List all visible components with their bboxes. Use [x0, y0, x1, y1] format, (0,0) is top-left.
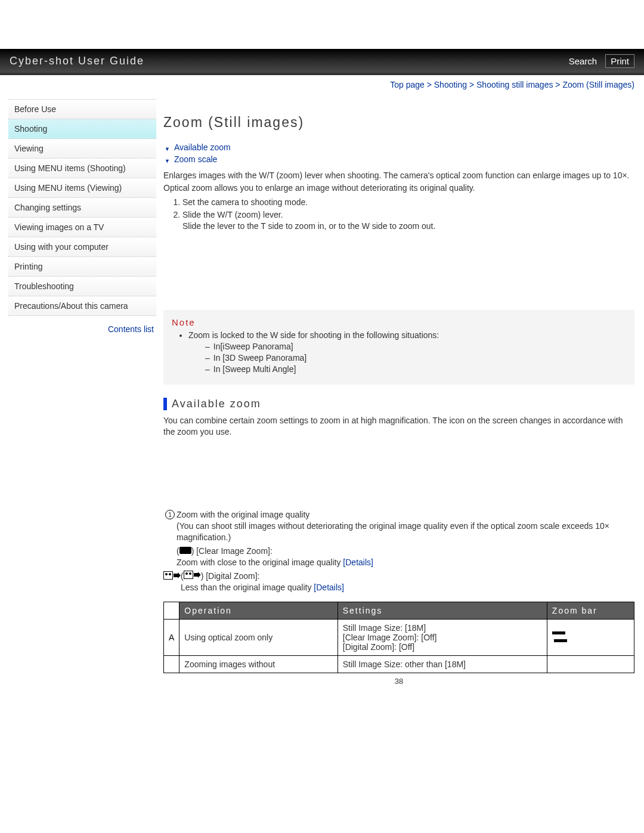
table-row: A Using optical zoom only Still Image Si…: [164, 620, 634, 656]
print-button[interactable]: Print: [605, 54, 634, 68]
sidebar-item[interactable]: Using MENU items (Viewing): [8, 178, 156, 198]
step-text: Set the camera to shooting mode.: [182, 197, 308, 207]
zoombar-icon: [552, 631, 569, 642]
table-cell: Using optical zoom only: [179, 620, 338, 656]
table-cell: A: [164, 620, 179, 656]
breadcrumb-link[interactable]: Zoom (Still images): [562, 80, 634, 89]
zoom-item-title: [Clear Image Zoom]:: [196, 546, 273, 556]
table-header: Settings: [338, 602, 547, 620]
clear-image-zoom-icon: [179, 547, 191, 554]
section-heading: Available zoom: [163, 398, 634, 410]
zoom-item-prefix: (: [177, 546, 179, 556]
intro-text: Optical zoom allows you to enlarge an im…: [163, 182, 634, 194]
sidebar-item[interactable]: Viewing: [8, 139, 156, 159]
note-lead: Zoom is locked to the W side for shootin…: [188, 330, 626, 375]
table-cell: Still Image Size: [18M] [Clear Image Zoo…: [338, 620, 547, 656]
header-title: Cyber-shot User Guide: [10, 55, 144, 67]
breadcrumb-link[interactable]: Shooting: [434, 80, 467, 89]
table-cell: Still Image Size: other than [18M]: [338, 656, 547, 673]
sidebar: Before Use Shooting Viewing Using MENU i…: [0, 97, 156, 686]
table-cell: [164, 656, 179, 673]
table-cell: [547, 656, 634, 673]
sidebar-item[interactable]: Using MENU items (Shooting): [8, 159, 156, 178]
nav-list: Before Use Shooting Viewing Using MENU i…: [8, 99, 156, 316]
note-heading: Note: [172, 317, 626, 327]
zoom-item-suffix: ): [191, 546, 194, 556]
main-content: Zoom (Still images) Available zoom Zoom …: [156, 97, 644, 686]
sidebar-item[interactable]: Before Use: [8, 100, 156, 119]
contents-list-link[interactable]: Contents list: [8, 316, 156, 334]
page-title: Zoom (Still images): [163, 114, 634, 131]
page-number: 38: [163, 677, 634, 686]
search-link[interactable]: Search: [569, 56, 597, 66]
intro-block: Enlarges images with the W/T (zoom) leve…: [163, 170, 634, 194]
sidebar-item[interactable]: Precautions/About this camera: [8, 296, 156, 316]
breadcrumb-link[interactable]: Top page: [390, 80, 425, 89]
digital-zoom-icon: [163, 571, 181, 580]
breadcrumb-link[interactable]: Shooting still images: [476, 80, 553, 89]
details-link[interactable]: [Details]: [314, 583, 344, 592]
circled-one-icon: 1: [163, 509, 177, 519]
breadcrumb: Top page > Shooting > Shooting still ima…: [0, 75, 644, 92]
sidebar-item[interactable]: Troubleshooting: [8, 277, 156, 296]
step-subtext: Slide the lever to the T side to zoom in…: [182, 221, 634, 232]
table-header: [164, 602, 179, 620]
table-header-row: Operation Settings Zoom bar: [164, 602, 634, 620]
zoom-table: Operation Settings Zoom bar A Using opti…: [163, 602, 634, 673]
step-text: Slide the W/T (zoom) lever.: [182, 210, 283, 219]
zoom-item-desc: Zoom with close to the original image qu…: [177, 558, 343, 567]
sidebar-item[interactable]: Using with your computer: [8, 237, 156, 257]
section-intro: You can combine certain zoom settings to…: [163, 415, 634, 438]
zoom-item-suffix: ): [201, 571, 204, 581]
step-item: Set the camera to shooting mode.: [182, 196, 634, 209]
zoom-item-title: [Digital Zoom]:: [206, 571, 259, 581]
table-cell: Zooming images without: [179, 656, 338, 673]
note-lead-text: Zoom is locked to the W side for shootin…: [188, 330, 439, 340]
note-sub-item: In [3D Sweep Panorama]: [205, 352, 626, 364]
table-header: Zoom bar: [547, 602, 634, 620]
sidebar-item[interactable]: Printing: [8, 257, 156, 277]
rect-icon: [163, 546, 177, 546]
table-header: Operation: [179, 602, 338, 620]
zoom-desc-row: 1 Zoom with the original image quality (…: [163, 509, 634, 543]
zoom-item-desc: (You can shoot still images without dete…: [177, 521, 609, 542]
intro-text: Enlarges images with the W/T (zoom) leve…: [163, 170, 634, 181]
table-cell: [547, 620, 634, 656]
header-bar: Cyber-shot User Guide Search Print: [0, 49, 644, 75]
sidebar-item[interactable]: Changing settings: [8, 198, 156, 218]
anchor-links: Available zoom Zoom scale: [163, 141, 634, 165]
steps-list: Set the camera to shooting mode. Slide t…: [163, 196, 634, 233]
section-body: You can combine certain zoom settings to…: [163, 415, 634, 686]
step-item: Slide the W/T (zoom) lever. Slide the le…: [182, 209, 634, 233]
details-link[interactable]: [Details]: [343, 558, 373, 567]
anchor-link[interactable]: Zoom scale: [174, 153, 634, 165]
note-sub-item: In [Sweep Multi Angle]: [205, 364, 626, 375]
anchor-link[interactable]: Available zoom: [174, 141, 634, 153]
sidebar-item[interactable]: Shooting: [8, 119, 156, 139]
zoom-item-title: Zoom with the original image quality: [177, 510, 309, 519]
zoom-desc-row: () [Digital Zoom]: Less than the origina…: [163, 571, 634, 593]
zoom-item-desc: Less than the original image quality: [181, 583, 314, 592]
zoom-desc-row: () [Clear Image Zoom]: Zoom with close t…: [163, 546, 634, 568]
table-row: Zooming images without Still Image Size:…: [164, 656, 634, 673]
note-box: Note Zoom is locked to the W side for sh…: [163, 310, 634, 385]
sidebar-item[interactable]: Viewing images on a TV: [8, 218, 156, 237]
note-sub-item: In[iSweep Panorama]: [205, 341, 626, 352]
digital-zoom-inline-icon: [184, 571, 201, 579]
